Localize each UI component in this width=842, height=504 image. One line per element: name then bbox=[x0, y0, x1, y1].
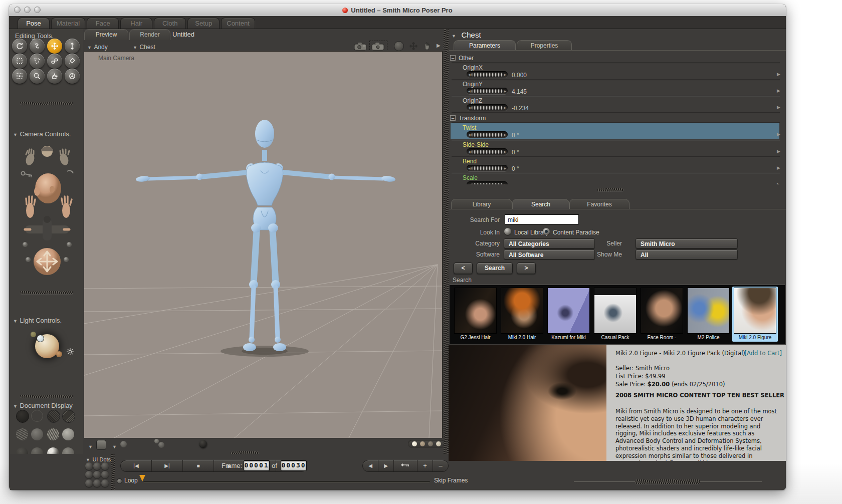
panel-arrow-icon[interactable]: ▶ bbox=[437, 43, 441, 48]
originy-dial[interactable]: ◀▶ bbox=[467, 88, 508, 94]
total-frames-field[interactable]: 00030 bbox=[281, 460, 307, 471]
add-keyframe-button[interactable]: + bbox=[417, 460, 433, 471]
content-paradise-label[interactable]: Content Paradise bbox=[553, 229, 599, 236]
ui-dot-button[interactable] bbox=[101, 471, 109, 478]
param-menu-arrow[interactable]: ▶ bbox=[777, 165, 780, 170]
edit-keyframes-button[interactable] bbox=[394, 460, 417, 471]
ui-dot-button[interactable] bbox=[85, 462, 93, 470]
light-indicator-icon[interactable] bbox=[31, 332, 36, 337]
result-thumbnail[interactable] bbox=[734, 288, 776, 334]
shadow-toggle-icon[interactable] bbox=[199, 440, 207, 447]
ui-dot-button[interactable] bbox=[85, 479, 93, 487]
show-me-select[interactable]: All bbox=[636, 249, 738, 260]
display-style-outline-button[interactable] bbox=[31, 410, 43, 422]
tab-preview[interactable]: Preview bbox=[84, 29, 128, 40]
last-frame-button[interactable]: ▶| bbox=[152, 460, 183, 471]
collapse-group-icon[interactable]: – bbox=[450, 115, 456, 121]
trackball-mini-icon[interactable] bbox=[394, 41, 404, 51]
result-thumbnail[interactable] bbox=[687, 288, 730, 334]
display-style-smooth-button[interactable] bbox=[62, 428, 74, 440]
add-to-cart-link[interactable]: [Add to Cart] bbox=[745, 350, 782, 357]
timeline-track[interactable] bbox=[143, 481, 430, 483]
library-divider-handle[interactable] bbox=[597, 188, 623, 191]
display-style-lit-wireframe-button[interactable] bbox=[16, 428, 28, 440]
chain-break-tool-button[interactable] bbox=[47, 54, 62, 69]
face-camera-icon[interactable] bbox=[354, 42, 367, 51]
result-item[interactable]: Face Room - bbox=[639, 287, 685, 342]
hand-icon[interactable] bbox=[424, 41, 430, 51]
tab-properties[interactable]: Properties bbox=[517, 40, 572, 51]
result-item-selected[interactable]: Miki 2.0 Figure bbox=[732, 287, 778, 342]
originz-dial[interactable]: ◀▶ bbox=[467, 104, 508, 111]
tracking-dropdown[interactable]: ▼ bbox=[112, 441, 117, 450]
ui-dot-button[interactable] bbox=[101, 462, 109, 470]
category-select[interactable]: All Categories bbox=[504, 238, 595, 248]
tracking-orb-icon[interactable] bbox=[120, 441, 127, 447]
current-frame-field[interactable]: 00001 bbox=[244, 460, 270, 471]
loop-toggle[interactable] bbox=[117, 478, 122, 484]
prev-page-button[interactable]: < bbox=[454, 263, 473, 274]
param-menu-arrow[interactable]: ▶ bbox=[777, 182, 780, 184]
ui-dot-button[interactable] bbox=[93, 462, 101, 470]
result-thumbnail[interactable] bbox=[641, 288, 683, 334]
result-item[interactable]: Casual Pack bbox=[592, 287, 638, 342]
sun-icon[interactable] bbox=[66, 348, 74, 356]
tab-material[interactable]: Material bbox=[51, 18, 85, 29]
viewport[interactable]: Main Camera bbox=[84, 51, 443, 438]
panel-splitter[interactable] bbox=[444, 29, 449, 454]
display-style-wireframe-button[interactable] bbox=[47, 410, 60, 423]
light-indicator-icon[interactable] bbox=[56, 351, 62, 357]
param-menu-arrow[interactable]: ▶ bbox=[777, 105, 780, 110]
first-frame-button[interactable]: |◀ bbox=[121, 460, 152, 471]
next-keyframe-button[interactable]: ▶ bbox=[378, 460, 394, 471]
tab-pose[interactable]: Pose bbox=[18, 18, 50, 29]
camera-controls-header[interactable]: ▼ Camera Controls. bbox=[13, 129, 71, 138]
morph-tool-button[interactable] bbox=[47, 69, 62, 84]
dot-icon[interactable] bbox=[436, 441, 441, 446]
search-input[interactable]: miki bbox=[505, 214, 579, 224]
ui-dot-button[interactable] bbox=[101, 479, 109, 487]
result-item[interactable]: Miki 2.0 Hair bbox=[499, 287, 545, 342]
camera-dots-indicator[interactable] bbox=[408, 440, 445, 448]
depth-cue-icon-2[interactable] bbox=[158, 442, 164, 448]
color-tool-button[interactable] bbox=[65, 54, 80, 69]
ui-dot-button[interactable] bbox=[85, 471, 93, 478]
result-thumbnail[interactable] bbox=[501, 288, 543, 334]
tab-setup[interactable]: Setup bbox=[187, 18, 220, 29]
display-style-hidden-line-button[interactable] bbox=[62, 410, 75, 423]
prev-keyframe-button[interactable]: ◀ bbox=[363, 460, 378, 471]
view-magnifier-tool-button[interactable] bbox=[30, 69, 45, 84]
tab-hair[interactable]: Hair bbox=[120, 18, 152, 29]
originx-dial[interactable]: ◀▶ bbox=[467, 71, 508, 78]
tab-search[interactable]: Search bbox=[512, 199, 569, 209]
sidebar-divider[interactable] bbox=[20, 102, 73, 105]
software-select[interactable]: All Software bbox=[504, 249, 595, 260]
twist-tool-button[interactable] bbox=[30, 39, 45, 54]
side-side-dial[interactable]: ◀▶ bbox=[467, 148, 508, 155]
figure-dropdown[interactable]: ▼ Andy bbox=[87, 42, 108, 51]
posing-camera-icon[interactable] bbox=[371, 42, 384, 51]
rotate-tool-button[interactable] bbox=[12, 39, 27, 54]
library-resize-handle[interactable] bbox=[635, 479, 700, 484]
light-indicator-icon[interactable] bbox=[37, 335, 44, 342]
direct-manipulation-tool-button[interactable] bbox=[65, 69, 80, 84]
depth-cue-icon[interactable] bbox=[154, 439, 159, 443]
result-thumbnail[interactable] bbox=[594, 288, 637, 334]
result-item[interactable]: G2 Jessi Hair bbox=[453, 287, 498, 342]
document-display-header[interactable]: ▼ Document Display bbox=[13, 401, 73, 410]
title-bar[interactable]: Untitled – Smith Micro Poser Pro bbox=[9, 4, 786, 17]
param-menu-arrow[interactable]: ▶ bbox=[777, 88, 780, 93]
camera-controls-graphic[interactable] bbox=[19, 140, 75, 289]
param-menu-arrow[interactable]: ▶ bbox=[777, 132, 780, 137]
tab-content[interactable]: Content bbox=[221, 18, 255, 29]
actor-header-dropdown[interactable]: ▼ Chest bbox=[452, 31, 481, 40]
result-item[interactable]: Kazumi for Miki bbox=[546, 287, 591, 342]
param-menu-arrow[interactable]: ▶ bbox=[777, 72, 780, 77]
display-style-sketch-button[interactable] bbox=[47, 428, 59, 440]
stop-button[interactable]: ■ bbox=[183, 460, 214, 471]
dot-icon[interactable] bbox=[412, 441, 417, 446]
sidebar-divider[interactable] bbox=[20, 291, 73, 294]
search-button[interactable]: Search bbox=[477, 263, 513, 274]
tab-favorites[interactable]: Favorites bbox=[569, 199, 629, 209]
doc-style-dropdown[interactable]: ▼ bbox=[88, 441, 93, 450]
